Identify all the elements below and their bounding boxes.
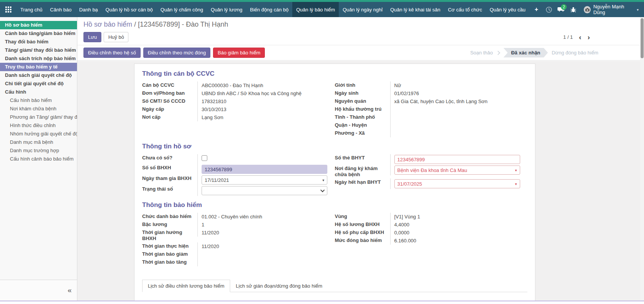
messages-button[interactable]: 2 bbox=[556, 2, 566, 17]
field-label: Trạng thái sổ bbox=[142, 185, 197, 193]
join-date-input[interactable]: 17/11/2021▾ bbox=[202, 175, 327, 185]
field-value: 01.002 - Chuyên viên chính bbox=[197, 213, 319, 221]
nav-item-home[interactable]: Trang chủ bbox=[16, 2, 46, 17]
pager-next-button[interactable]: › bbox=[588, 33, 590, 41]
sidebar-item-contribution-list[interactable]: Danh sách trích nộp bảo hiểm bbox=[0, 54, 77, 63]
sidebar-item-alert-config[interactable]: Cấu hình cảnh báo bảo hiểm bbox=[0, 155, 77, 163]
field-value: ABC000030 - Đào Thị Hạnh bbox=[197, 81, 319, 89]
input-value: 1234567899 bbox=[205, 166, 324, 173]
form-sheet: Thông tin cán bộ CCVC Cán bộ CCVCABC0000… bbox=[134, 64, 535, 301]
sidebar-item-benefit-settlement-detail[interactable]: Chi tiết giải quyết chế độ bbox=[0, 80, 77, 88]
sidebar-section-configuration[interactable]: Cấu hình bbox=[0, 88, 77, 96]
adjust-by-coefficient-button[interactable]: Điều chỉnh theo hệ số bbox=[83, 48, 141, 58]
pager-count: 1 / 1 bbox=[563, 34, 573, 40]
field-label: Hệ số lương BHXH bbox=[335, 221, 390, 228]
sidebar-item-insurance-profiles[interactable]: Hồ sơ bảo hiểm bbox=[0, 21, 77, 29]
tab-interruption-history[interactable]: Lịch sử gián đoạn/dừng đóng bảo hiểm bbox=[230, 280, 328, 292]
chevron-down-icon: ▾ bbox=[637, 8, 639, 12]
input-value: Bệnh viện Đa khoa tỉnh Cà Mau bbox=[397, 167, 515, 173]
sidebar-item-health-insurance-recovery[interactable]: Truy thu bảo hiểm y tế bbox=[0, 63, 77, 71]
field-value: 11/2020 bbox=[197, 229, 319, 237]
input-value: 1234567899 bbox=[397, 156, 517, 163]
nav-add-button[interactable]: + bbox=[529, 2, 543, 17]
sidebar-item-adjustment-forms[interactable]: Hình thức điều chỉnh bbox=[0, 121, 77, 130]
field-label: Số thẻ BHYT bbox=[335, 154, 390, 162]
nav-item-timekeeping[interactable]: Quản lý chấm công bbox=[157, 2, 207, 17]
field-label: Hệ số phụ cấp BHXH bbox=[335, 229, 390, 236]
field-value: 1 bbox=[197, 221, 319, 229]
field-label: Tỉnh - Thành phố bbox=[335, 113, 390, 121]
user-menu[interactable]: Nguyễn Mạnh Dũng ▾ bbox=[580, 4, 639, 15]
sidebar-item-medical-facilities[interactable]: Nơi khám chữa bệnh bbox=[0, 105, 77, 113]
collapse-sidebar-button[interactable]: « bbox=[67, 286, 72, 294]
field-value: UBND tỉnh ABC / Sở Khoa học và Công nghệ bbox=[197, 89, 319, 97]
field-label: Cán bộ CCVC bbox=[142, 81, 197, 89]
registered-hospital-select[interactable]: Bệnh viện Đa khoa tỉnh Cà Mau▾ bbox=[394, 166, 520, 175]
health-insurance-card-input[interactable]: 1234567899 bbox=[394, 155, 520, 164]
field-label: Ngày hết hạn BHYT bbox=[335, 178, 390, 186]
sidebar-item-insurance-changes[interactable]: Thay đổi bảo hiểm bbox=[0, 38, 77, 46]
sidebar-item-insurance-config[interactable]: Cấu hình bảo hiểm bbox=[0, 96, 77, 105]
save-button[interactable]: Lưu bbox=[83, 32, 101, 42]
field-value: 178321810 bbox=[197, 97, 319, 105]
sidebar-item-increase-decrease-change[interactable]: Tăng/ giảm/ thay đổi bảo hiểm bbox=[0, 46, 77, 54]
discard-button[interactable]: Huỷ bỏ bbox=[104, 32, 128, 42]
activity-clock-button[interactable] bbox=[543, 2, 554, 17]
status-step-draft[interactable]: Soạn thảo bbox=[470, 50, 493, 56]
report-insurance-decrease-button[interactable]: Báo giảm bảo hiểm bbox=[213, 48, 265, 58]
field-value: 30/10/2013 bbox=[197, 105, 319, 113]
field-value: Lạng Sơn bbox=[197, 113, 319, 121]
card-expiry-date-input[interactable]: 31/07/2025▾ bbox=[394, 179, 520, 188]
nav-item-leave[interactable]: Quản lý ngày nghỉ bbox=[339, 2, 386, 17]
sidebar-item-disease-codes[interactable]: Danh mục mã bệnh bbox=[0, 138, 77, 146]
field-value: 01/02/1976 bbox=[390, 89, 528, 97]
field-label: Thời gian thực hiện bbox=[142, 242, 197, 250]
caret-down-icon: ▾ bbox=[515, 181, 517, 187]
field-label: Ngày sinh bbox=[335, 89, 390, 97]
status-step-confirmed[interactable]: Đã xác nhận bbox=[503, 48, 548, 57]
field-label: Thời gian hưởng BHXH bbox=[142, 229, 197, 242]
record-pager: 1 / 1 ‹ › bbox=[563, 33, 590, 41]
field-value bbox=[390, 105, 528, 113]
field-label: Số CMT/ Số CCCD bbox=[142, 97, 197, 105]
section-title-officer-info: Thông tin cán bộ CCVC bbox=[142, 70, 527, 78]
nav-item-insurance[interactable]: Quản lý bảo hiểm bbox=[292, 2, 339, 17]
nav-item-alerts[interactable]: Cảnh báo bbox=[46, 2, 75, 17]
book-status-select[interactable] bbox=[202, 186, 327, 195]
social-insurance-number-input[interactable]: 1234567899 bbox=[202, 165, 327, 174]
breadcrumb-root-link[interactable]: Hồ sơ bảo hiểm bbox=[83, 21, 132, 28]
scrollbar-thumb[interactable] bbox=[641, 18, 644, 58]
nav-item-directory[interactable]: Danh bạ bbox=[75, 2, 102, 17]
nav-item-org-structure[interactable]: Cơ cấu tổ chức bbox=[444, 2, 485, 17]
clock-icon bbox=[546, 6, 552, 13]
debug-button[interactable] bbox=[568, 2, 578, 17]
adjust-by-amount-button[interactable]: Điều chỉnh theo mức đóng bbox=[143, 48, 211, 58]
section-title-insurance-info: Thông tin bảo hiểm bbox=[142, 201, 527, 209]
pager-previous-button[interactable]: ‹ bbox=[579, 33, 581, 41]
apps-menu-button[interactable] bbox=[0, 2, 16, 17]
user-avatar bbox=[584, 6, 591, 13]
nav-item-staff-changes[interactable]: Biến động cán bộ bbox=[246, 2, 292, 17]
sidebar-item-case-categories[interactable]: Danh mục trường hợp bbox=[0, 146, 77, 155]
input-value: 31/07/2025 bbox=[397, 181, 515, 187]
sidebar-item-benefit-groups[interactable]: Nhóm hưởng giải quyết chế độ ... bbox=[0, 130, 77, 138]
sidebar-item-benefit-settlement-list[interactable]: Danh sách giải quyết chế độ bbox=[0, 71, 77, 80]
top-navbar: Trang chủ Cảnh báo Danh bạ Quản lý hồ sơ… bbox=[0, 2, 644, 17]
nav-item-staff-records[interactable]: Quản lý hồ sơ cán bộ bbox=[102, 2, 157, 17]
field-label: Thời gian báo giảm bbox=[142, 250, 197, 258]
nav-item-payroll[interactable]: Quản lý lương bbox=[207, 2, 246, 17]
status-step-stopped[interactable]: Dừng đóng bảo hiểm bbox=[552, 50, 598, 56]
field-label: Hộ khẩu thường trú bbox=[335, 105, 390, 113]
field-label: Quận - Huyện bbox=[335, 121, 390, 129]
nav-item-requests[interactable]: Quản lý yêu cầu bbox=[486, 2, 529, 17]
sidebar-item-change-plans[interactable]: Phương án Tăng/ giảm/ thay đổi... bbox=[0, 113, 77, 121]
no-book-checkbox[interactable] bbox=[202, 155, 207, 161]
history-tabs: Lịch sử điều chỉnh lương bảo hiểm Lịch s… bbox=[142, 279, 527, 292]
field-value bbox=[197, 250, 319, 258]
tab-salary-adjustment-history[interactable]: Lịch sử điều chỉnh lương bảo hiểm bbox=[142, 280, 230, 292]
camera-icon bbox=[585, 8, 590, 11]
sidebar-item-increase-decrease-alerts[interactable]: Cảnh báo tăng/giảm bảo hiểm bbox=[0, 29, 77, 38]
vertical-scrollbar[interactable] bbox=[640, 17, 644, 304]
nav-item-asset-declaration[interactable]: Quản lý kê khai tài sản bbox=[386, 2, 444, 17]
breadcrumb: Hồ sơ bảo hiểm / [1234567899] - Đào Thị … bbox=[83, 21, 640, 29]
